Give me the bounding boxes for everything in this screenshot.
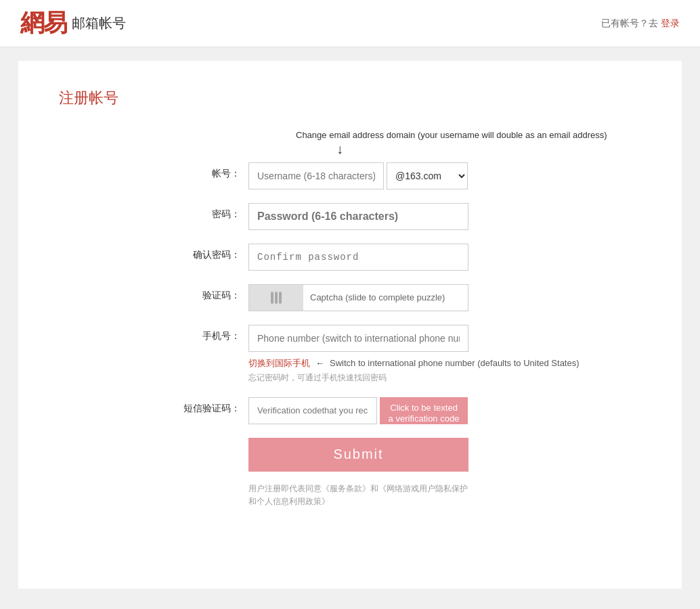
username-input-row: @163.com @126.com @yeah.net — [248, 162, 641, 189]
captcha-bar-2 — [275, 292, 278, 304]
phone-input[interactable] — [248, 325, 468, 352]
switch-area: 切换到国际手机 ← Switch to international phone … — [248, 357, 641, 369]
confirm-password-control — [248, 244, 641, 271]
page-title: 注册帐号 — [59, 88, 641, 108]
confirm-password-input[interactable] — [248, 244, 468, 271]
captcha-bar-1 — [271, 292, 274, 304]
submit-offset — [59, 438, 248, 472]
switch-phone-link[interactable]: 切换到国际手机 — [248, 357, 310, 369]
password-label: 密码： — [59, 203, 248, 221]
switch-arrow-icon: ← — [315, 358, 324, 368]
sms-button[interactable]: Click to be texted a verification code — [380, 397, 468, 424]
password-input[interactable] — [248, 203, 468, 230]
phone-label: 手机号： — [59, 325, 248, 342]
terms-row: 用户注册即代表同意《服务条款》和《网络游戏用户隐私保护和个人信息利用政策》 — [59, 482, 641, 508]
sms-control: Click to be texted a verification code — [248, 397, 641, 424]
terms-offset — [59, 482, 248, 508]
captcha-control: Captcha (slide to complete puzzle) — [248, 284, 641, 311]
password-control — [248, 203, 641, 230]
phone-control: 切换到国际手机 ← Switch to international phone … — [248, 325, 641, 384]
captcha-slider[interactable] — [249, 285, 303, 311]
captcha-hint: Captcha (slide to complete puzzle) — [303, 292, 468, 302]
submit-row: Submit — [59, 438, 641, 472]
header: 網易 邮箱帐号 已有帐号？去 登录 — [0, 0, 700, 47]
username-label: 帐号： — [59, 162, 248, 180]
login-prompt-text: 已有帐号？去 — [601, 18, 658, 28]
domain-select[interactable]: @163.com @126.com @yeah.net — [387, 162, 468, 189]
username-input[interactable] — [248, 162, 384, 189]
sms-row: 短信验证码： Click to be texted a verification… — [59, 397, 641, 424]
phone-hint: 忘记密码时，可通过手机快速找回密码 — [248, 372, 641, 384]
confirm-password-label: 确认密码： — [59, 244, 248, 261]
annotation-text: Change email address domain (your userna… — [296, 129, 607, 142]
logo-subtitle: 邮箱帐号 — [72, 14, 126, 32]
confirm-password-row: 确认密码： — [59, 244, 641, 271]
annotation-arrow: ↓ — [336, 142, 641, 156]
switch-desc: Switch to international phone number (de… — [330, 358, 579, 368]
username-control: @163.com @126.com @yeah.net — [248, 162, 641, 189]
logo: 網易 邮箱帐号 — [20, 7, 126, 40]
captcha-row: 验证码： Captcha (slide to complete puzzle) — [59, 284, 641, 311]
captcha-bar-3 — [279, 292, 282, 304]
captcha-label: 验证码： — [59, 284, 248, 302]
header-login: 已有帐号？去 登录 — [601, 18, 680, 30]
main-container: 注册帐号 Change email address domain (your u… — [18, 61, 682, 589]
logo-icon: 網易 — [20, 7, 66, 40]
sms-input[interactable] — [248, 397, 377, 424]
phone-row: 手机号： 切换到国际手机 ← Switch to international p… — [59, 325, 641, 384]
annotation-area: Change email address domain (your userna… — [296, 129, 641, 156]
submit-button[interactable]: Submit — [248, 438, 468, 472]
username-row: 帐号： @163.com @126.com @yeah.net — [59, 162, 641, 189]
sms-input-row: Click to be texted a verification code — [248, 397, 641, 424]
terms-text: 用户注册即代表同意《服务条款》和《网络游戏用户隐私保护和个人信息利用政策》 — [248, 482, 468, 508]
sms-label: 短信验证码： — [59, 397, 248, 415]
login-link[interactable]: 登录 — [661, 18, 680, 28]
password-row: 密码： — [59, 203, 641, 230]
captcha-slider-area[interactable]: Captcha (slide to complete puzzle) — [248, 284, 468, 311]
